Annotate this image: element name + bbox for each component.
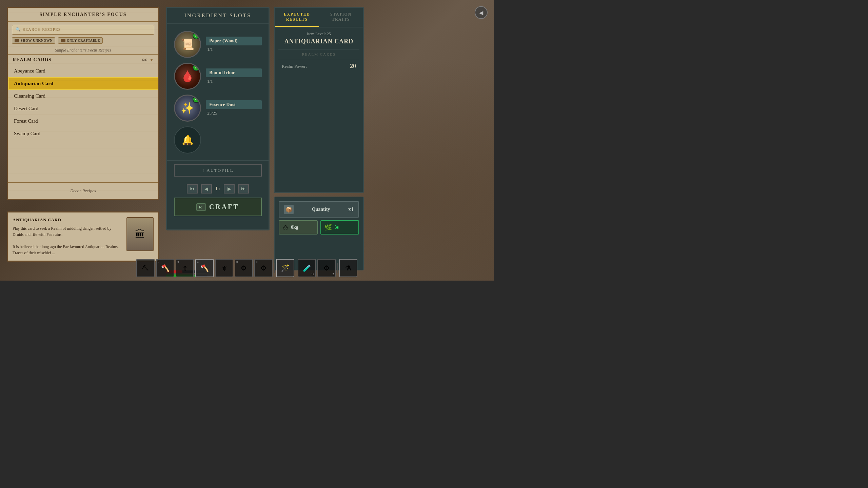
ingredient-info-2: Bound Ichor 1/1 bbox=[206, 68, 262, 84]
hotbar-sep-1 bbox=[274, 263, 275, 273]
results-tabs: EXPECTED RESULTS STATION TRAITS bbox=[275, 8, 363, 27]
time-stat: 🌿 3s bbox=[320, 220, 359, 235]
quantity-row: 📦 Quantity x1 bbox=[279, 201, 359, 218]
toggle-craftable-label: ONLY CRAFTABLE bbox=[67, 39, 100, 42]
hotbar-icon-flask: ⚗ bbox=[345, 264, 351, 272]
recipe-item-desert[interactable]: Desert Card bbox=[8, 102, 158, 115]
section-count: 6/6 ▼ bbox=[142, 58, 154, 63]
sort-icon: ▼ bbox=[150, 58, 154, 62]
hotbar-icon-5: 🗡 bbox=[221, 264, 228, 272]
hotbar-icon-0a: ⚙ bbox=[241, 264, 247, 272]
ingredient-qty-2: 1/1 bbox=[206, 79, 262, 84]
item-level: Item Level: 25 bbox=[275, 27, 363, 38]
recipe-item-abeyance[interactable]: Abeyance Card bbox=[8, 65, 158, 77]
ingredient-row-3: ✨ ✓ Essence Dust 25/25 bbox=[174, 95, 262, 122]
recipe-item-swamp[interactable]: Swamp Card bbox=[8, 127, 158, 140]
hotbar-slot-2[interactable]: 2 🪓 bbox=[156, 259, 174, 277]
ingredient-header: INGREDIENT SLOTS bbox=[167, 8, 269, 24]
weight-stat: ⚖ 0kg bbox=[279, 220, 318, 235]
hotbar-slot-3[interactable]: 3 🗡 bbox=[176, 259, 194, 277]
hotbar-icon-4: 🪓 bbox=[200, 264, 209, 272]
ingredient-row-4: 🔔 bbox=[174, 126, 262, 154]
check-badge-3: ✓ bbox=[193, 96, 200, 103]
hotbar-slot-5[interactable]: 5 🗡 bbox=[215, 259, 233, 277]
ingredient-qty-1: 1/1 bbox=[206, 47, 262, 52]
stats-row: ⚖ 0kg 🌿 3s bbox=[279, 220, 359, 235]
results-panel: EXPECTED RESULTS STATION TRAITS Item Lev… bbox=[274, 7, 364, 193]
realm-power-value: 20 bbox=[350, 63, 356, 70]
panel-title: Simple Enchanter's Focus bbox=[8, 8, 158, 22]
back-button[interactable]: ◀ bbox=[475, 6, 488, 19]
search-bar[interactable]: 🔍 SEARCH RECIPES bbox=[12, 25, 154, 35]
nav-last-button[interactable]: ⏭ bbox=[238, 184, 249, 194]
ingredient-icon-ichor: 🩸 ✓ bbox=[174, 63, 201, 90]
tab-expected-results[interactable]: EXPECTED RESULTS bbox=[275, 8, 319, 27]
hotbar-slot-4[interactable]: 4 🪓 bbox=[195, 259, 214, 277]
weight-icon: ⚖ bbox=[283, 224, 288, 231]
empty-slot-icon: 🔔 bbox=[182, 135, 194, 146]
hotbar-slot-flask[interactable]: ⚗ bbox=[339, 259, 357, 277]
toggles-row: SHOW UNKNOWN ONLY CRAFTABLE bbox=[8, 37, 158, 46]
hotbar-slot-12[interactable]: 🧪 12 bbox=[298, 259, 316, 277]
hotbar-slot-0a[interactable]: 0 ⚙ bbox=[235, 259, 253, 277]
search-icon: 🔍 bbox=[16, 27, 21, 32]
recipe-item-forest[interactable]: Forest Card bbox=[8, 115, 158, 127]
autofill-button[interactable]: ↑ AUTOFILL bbox=[174, 164, 262, 177]
quantity-icon: 📦 bbox=[284, 205, 294, 214]
hotbar-num-2: 2 bbox=[158, 260, 159, 264]
recipes-category-label: Simple Enchanter's Focus Recipes bbox=[8, 46, 158, 54]
info-item-name: ANTIQUARIAN CARD bbox=[13, 217, 122, 223]
hotbar-slot-5b[interactable]: 5 🪄 bbox=[276, 259, 294, 277]
autofill-row: ↑ AUTOFILL bbox=[167, 160, 269, 180]
hotbar: 1 ⛏ 2 🪓 3 🗡 4 🪓 5 🗡 0 ⚙ 0 ⚙ 5 🪄 🧪 12 ⚙ 2… bbox=[136, 259, 357, 277]
hotbar-slot-gear[interactable]: ⚙ 2 bbox=[317, 259, 336, 277]
check-badge-2: ✓ bbox=[193, 64, 200, 71]
ingredient-row-1: 📜 ✓ Paper (Wood) 1/1 bbox=[174, 31, 262, 58]
hotbar-num-1: 1 bbox=[138, 260, 140, 264]
ingredient-name-1: Paper (Wood) bbox=[206, 37, 262, 45]
result-item-name: ANTIQUARIAN CARD bbox=[275, 38, 363, 49]
crafting-panel: INGREDIENT SLOTS 📜 ✓ Paper (Wood) 1/1 🩸 … bbox=[166, 7, 270, 230]
realm-power-label: Realm Power: bbox=[282, 64, 307, 69]
recipe-item-antiquarian[interactable]: Antiquarian Card bbox=[8, 77, 158, 90]
ingredient-qty-3: 25/25 bbox=[206, 110, 262, 116]
nav-row: ⏮ ◀ 1/1 ▶ ⏭ bbox=[167, 180, 269, 198]
recipe-panel: Simple Enchanter's Focus 🔍 SEARCH RECIPE… bbox=[7, 7, 159, 200]
section-title: REALM CARDS bbox=[13, 57, 52, 63]
hotbar-num-5: 5 bbox=[217, 260, 218, 264]
hotbar-icon-gear: ⚙ bbox=[323, 264, 330, 272]
recipe-item-cleansing[interactable]: Cleansing Card bbox=[8, 90, 158, 102]
ingredient-info-3: Essence Dust 25/25 bbox=[206, 100, 262, 116]
ingredient-icon-paper: 📜 ✓ bbox=[174, 31, 201, 58]
hotbar-num-0a: 0 bbox=[236, 260, 238, 264]
check-badge-1: ✓ bbox=[193, 32, 200, 39]
recipe-list: Abeyance Card Antiquarian Card Cleansing… bbox=[8, 65, 158, 182]
ingredient-icon-dust: ✨ ✓ bbox=[174, 95, 201, 122]
only-craftable-toggle[interactable]: ONLY CRAFTABLE bbox=[58, 37, 103, 44]
ingredient-name-3: Essence Dust bbox=[206, 100, 262, 109]
ingredient-info-1: Paper (Wood) 1/1 bbox=[206, 37, 262, 52]
quantity-label: Quantity bbox=[312, 207, 330, 212]
time-icon: 🌿 bbox=[324, 224, 332, 231]
hotbar-count-gear: 2 bbox=[333, 272, 334, 276]
info-item-desc1: Play this card to seek a Realm of middli… bbox=[13, 225, 122, 238]
hotbar-slot-1[interactable]: 1 ⛏ bbox=[136, 259, 155, 277]
item-image: 🏛 bbox=[126, 217, 154, 251]
nav-prev-button[interactable]: ◀ bbox=[201, 184, 212, 194]
hotbar-icon-3: 🗡 bbox=[181, 264, 188, 272]
nav-first-button[interactable]: ⏮ bbox=[187, 184, 198, 194]
nav-next-button[interactable]: ▶ bbox=[224, 184, 235, 194]
hotbar-icon-1: ⛏ bbox=[142, 264, 149, 272]
toggle-check-unknown bbox=[15, 39, 19, 42]
weight-value: 0kg bbox=[291, 225, 298, 230]
divider-label: REALM CARDS bbox=[275, 49, 363, 59]
ingredient-slots: 📜 ✓ Paper (Wood) 1/1 🩸 ✓ Bound Ichor 1/1… bbox=[167, 24, 269, 160]
hotbar-slot-0b[interactable]: 0 ⚙ bbox=[254, 259, 273, 277]
ingredient-row-2: 🩸 ✓ Bound Ichor 1/1 bbox=[174, 63, 262, 90]
show-unknown-toggle[interactable]: SHOW UNKNOWN bbox=[12, 37, 55, 44]
item-info-panel: ANTIQUARIAN CARD Play this card to seek … bbox=[7, 211, 159, 262]
craft-label: CRAFT bbox=[209, 203, 239, 211]
craft-button[interactable]: R CRAFT bbox=[174, 198, 262, 216]
info-item-desc2: It is believed that long ago the Fae fav… bbox=[13, 244, 122, 256]
tab-station-traits[interactable]: STATION TRAITS bbox=[319, 8, 363, 27]
